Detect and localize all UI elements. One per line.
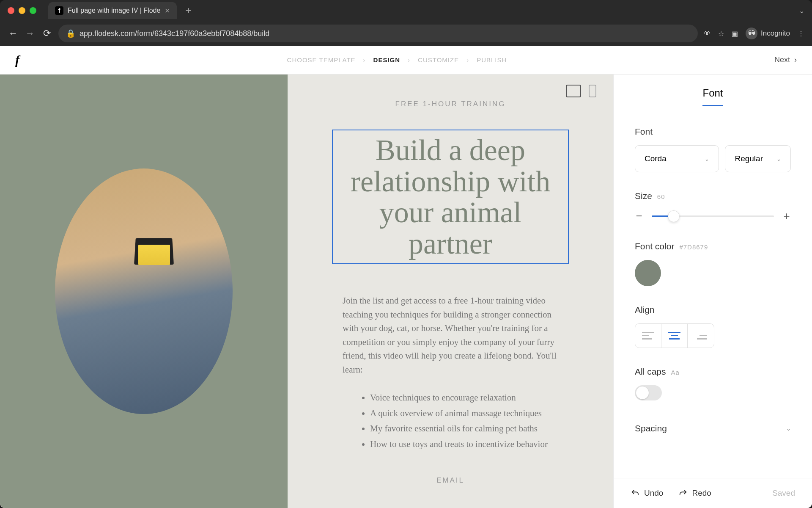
undo-button[interactable]: Undo [631,489,663,498]
allcaps-label: All caps [635,367,666,377]
align-label: Align [635,305,791,315]
bookmark-icon[interactable]: ☆ [718,30,724,38]
font-family-select[interactable]: Corda ⌄ [635,145,719,172]
incognito-badge[interactable]: 🕶 Incognito [746,28,790,39]
slider-thumb[interactable] [668,210,680,222]
browser-tab[interactable]: f Full page with image IV | Flode ✕ [48,2,177,19]
address-bar[interactable]: 🔒 app.flodesk.com/form/6343c197f60a3ebbf… [58,25,698,42]
font-color-swatch[interactable] [635,260,661,286]
size-slider[interactable] [652,215,774,217]
chevron-right-icon: › [408,56,410,64]
size-label: Size [635,191,652,201]
flodesk-logo[interactable]: f [15,53,19,67]
eyebrow-text[interactable]: FREE 1-HOUR TRAINING [317,100,584,108]
undo-icon [631,489,640,498]
align-center-button[interactable] [661,324,688,348]
panel-tab-font[interactable]: Font [702,87,723,106]
back-button[interactable]: ← [8,28,19,39]
font-color-label: Font color [635,241,674,251]
breadcrumb: CHOOSE TEMPLATE › DESIGN › CUSTOMIZE › P… [19,56,774,64]
step-customize[interactable]: CUSTOMIZE [418,56,459,64]
canvas-image-panel[interactable] [0,75,288,508]
chevron-down-icon: ⌄ [776,156,781,162]
size-value: 60 [657,193,665,200]
desktop-preview-button[interactable] [566,85,581,97]
align-left-button[interactable] [635,324,661,348]
close-tab-icon[interactable]: ✕ [165,7,170,15]
window-close-icon[interactable] [8,7,14,14]
step-choose-template[interactable]: CHOOSE TEMPLATE [287,56,356,64]
hero-image [55,168,233,414]
incognito-icon: 🕶 [746,28,757,39]
saved-status: Saved [772,489,795,498]
body-text[interactable]: Join the list and get access to a free 1… [343,294,558,376]
size-decrease-button[interactable]: − [635,210,643,223]
next-button[interactable]: Next › [774,55,797,64]
tab-title: Full page with image IV | Flode [68,7,160,14]
favicon-icon: f [55,6,63,15]
email-field-label[interactable]: EMAIL [317,476,584,485]
tabs-dropdown-icon[interactable]: ⌄ [799,7,804,15]
reload-button[interactable]: ⟳ [41,28,52,39]
align-right-button[interactable] [688,324,714,348]
new-tab-button[interactable]: + [181,5,195,17]
chevron-down-icon: ⌄ [705,156,709,162]
eye-off-icon[interactable]: 👁 [704,30,710,37]
window-minimize-icon[interactable] [19,7,25,14]
mobile-preview-button[interactable] [589,85,596,97]
lock-icon: 🔒 [66,29,75,38]
menu-icon[interactable]: ⋮ [798,30,804,38]
panel-icon[interactable]: ▣ [732,30,738,38]
step-publish[interactable]: PUBLISH [477,56,507,64]
chevron-down-icon: ⌄ [786,425,791,432]
step-design[interactable]: DESIGN [373,56,401,64]
url-text: app.flodesk.com/form/6343c197f60a3ebbf70… [80,29,269,38]
font-label: Font [635,127,791,137]
headline-text-selected[interactable]: Build a deep relationship with your anim… [332,130,569,264]
size-increase-button[interactable]: + [782,210,791,223]
list-item: My favorite essential oils for calming p… [370,422,552,436]
list-item: Voice techniques to encourage relaxation [370,391,552,405]
bullet-list[interactable]: Voice techniques to encourage relaxation… [349,391,552,451]
allcaps-hint: Aa [671,369,680,376]
window-maximize-icon[interactable] [30,7,36,14]
allcaps-toggle[interactable] [635,385,662,400]
font-color-hex: #7D8679 [679,243,708,251]
redo-button[interactable]: Redo [678,489,711,498]
chevron-right-icon: › [466,56,469,64]
redo-icon [678,489,688,498]
list-item: A quick overview of animal massage techn… [370,406,552,420]
forward-button[interactable]: → [25,28,36,39]
list-item: How to use toys and treats to incentiviz… [370,437,552,451]
spacing-accordion[interactable]: Spacing ⌄ [635,419,791,438]
font-weight-select[interactable]: Regular ⌄ [725,145,791,172]
chevron-right-icon: › [363,56,366,64]
